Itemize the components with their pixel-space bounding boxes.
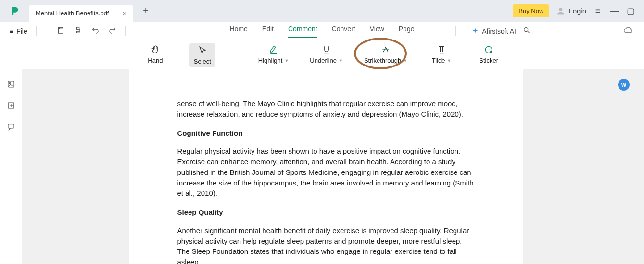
app-logo bbox=[0, 6, 29, 16]
heading: Cognitive Function bbox=[177, 128, 475, 139]
menubar: ≡ File Home Edit Comment Convert View Pa… bbox=[0, 22, 644, 40]
buy-now-button[interactable]: Buy Now bbox=[513, 4, 549, 17]
ai-button[interactable]: Afirstsoft AI bbox=[471, 27, 516, 35]
strikethrough-tool[interactable]: Strikethrough▼ bbox=[364, 43, 407, 64]
cloud-icon[interactable] bbox=[624, 26, 632, 36]
tab-title: Mental Health Benefits.pdf bbox=[36, 10, 109, 17]
tab-home[interactable]: Home bbox=[230, 25, 248, 38]
bookmarks-icon[interactable] bbox=[7, 101, 15, 112]
tab-view[interactable]: View bbox=[370, 25, 384, 38]
undo-icon[interactable] bbox=[91, 26, 99, 36]
select-tool[interactable]: Select bbox=[189, 43, 215, 67]
workspace: sense of well-being. The Mayo Clinic hig… bbox=[0, 69, 644, 264]
svg-point-0 bbox=[559, 8, 563, 11]
chevron-down-icon[interactable]: ▼ bbox=[284, 58, 289, 63]
highlight-tool[interactable]: Highlight▼ bbox=[258, 43, 289, 64]
close-tab-icon[interactable]: × bbox=[122, 9, 126, 17]
tab-page[interactable]: Page bbox=[399, 25, 415, 38]
svg-line-6 bbox=[528, 31, 529, 33]
svg-rect-1 bbox=[59, 27, 62, 29]
divider bbox=[36, 26, 37, 36]
search-icon[interactable] bbox=[523, 26, 530, 36]
comments-icon[interactable] bbox=[7, 122, 15, 133]
document-canvas[interactable]: sense of well-being. The Mayo Clinic hig… bbox=[22, 69, 644, 264]
tab-edit[interactable]: Edit bbox=[262, 25, 274, 38]
hamburger-icon: ≡ bbox=[10, 27, 13, 35]
chevron-down-icon[interactable]: ▼ bbox=[403, 58, 407, 63]
svg-rect-19 bbox=[8, 124, 14, 128]
print-icon[interactable] bbox=[74, 26, 82, 36]
maximize-icon[interactable]: ▢ bbox=[626, 6, 635, 16]
sticker-tool[interactable]: Sticker bbox=[476, 43, 502, 64]
hand-tool[interactable]: Hand bbox=[142, 43, 168, 64]
divider bbox=[455, 26, 456, 36]
user-icon bbox=[556, 6, 566, 16]
chevron-down-icon[interactable]: ▼ bbox=[447, 58, 452, 63]
save-icon[interactable] bbox=[57, 26, 64, 36]
svg-rect-3 bbox=[76, 27, 79, 29]
body-text: Another significant mental health benefi… bbox=[177, 225, 475, 264]
file-menu[interactable]: ≡ File bbox=[10, 27, 27, 35]
heading: Sleep Quality bbox=[177, 207, 475, 218]
left-rail bbox=[0, 69, 22, 264]
menu-icon[interactable]: ≡ bbox=[593, 6, 603, 16]
redo-icon[interactable] bbox=[109, 26, 116, 36]
main-tabs: Home Edit Comment Convert View Page bbox=[230, 25, 415, 38]
thumbnails-icon[interactable] bbox=[7, 80, 15, 91]
divider bbox=[237, 43, 237, 63]
new-tab-button[interactable]: + bbox=[143, 5, 149, 16]
body-text: Regular physical activity has been shown… bbox=[177, 146, 475, 198]
sparkle-icon bbox=[471, 27, 479, 35]
tab-convert[interactable]: Convert bbox=[332, 25, 355, 38]
underline-tool[interactable]: Underline▼ bbox=[310, 43, 343, 64]
annotation-toolbar: Hand Select Highlight▼ Underline▼ Strike… bbox=[0, 40, 644, 69]
word-export-badge[interactable]: W bbox=[618, 79, 630, 91]
svg-point-5 bbox=[524, 28, 528, 32]
document-tab[interactable]: Mental Health Benefits.pdf × bbox=[29, 5, 133, 22]
tab-comment[interactable]: Comment bbox=[288, 25, 317, 38]
svg-point-15 bbox=[9, 82, 11, 84]
minimize-icon[interactable]: — bbox=[609, 6, 619, 16]
login-button[interactable]: Login bbox=[556, 6, 586, 16]
chevron-down-icon[interactable]: ▼ bbox=[339, 58, 343, 63]
document-page: sense of well-being. The Mayo Clinic hig… bbox=[129, 69, 523, 264]
titlebar: Mental Health Benefits.pdf × + Buy Now L… bbox=[0, 0, 644, 22]
divider bbox=[125, 26, 126, 36]
tilde-tool[interactable]: Tilde▼ bbox=[429, 43, 455, 64]
body-text: sense of well-being. The Mayo Clinic hig… bbox=[177, 98, 475, 119]
